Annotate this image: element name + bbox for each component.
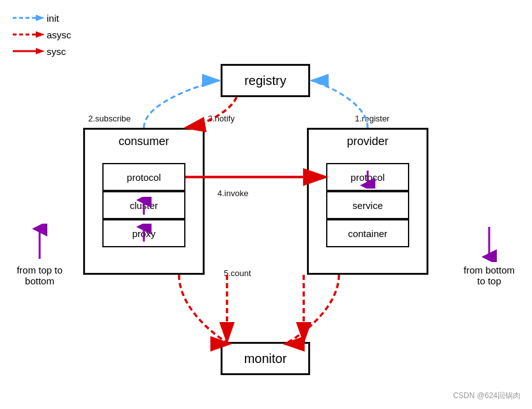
- svg-marker-3: [36, 31, 45, 38]
- sysc-arrow-icon: [12, 45, 47, 58]
- subscribe-label: 2.subscribe: [88, 114, 130, 123]
- invoke-label: 4.invoke: [217, 189, 248, 198]
- left-side-label: from top to bottom: [14, 224, 65, 286]
- legend: init asysc sysc: [12, 12, 71, 61]
- provider-container-label: container: [348, 228, 387, 239]
- up-arrow-icon: [30, 224, 49, 262]
- init-arrow-icon: [12, 12, 47, 24]
- watermark: CSDN @624回锅肉: [453, 390, 520, 401]
- svg-marker-5: [36, 48, 45, 54]
- svg-marker-1: [36, 15, 45, 21]
- legend-init: init: [12, 12, 71, 24]
- from-bottom-label: from bottom to top: [464, 265, 515, 286]
- provider-label: provider: [309, 135, 426, 148]
- right-side-label: from bottom to top: [460, 224, 518, 286]
- provider-service-label: service: [352, 200, 383, 211]
- provider-down-arrow-icon: [358, 169, 377, 189]
- legend-sysc-label: sysc: [47, 46, 66, 57]
- proxy-up-arrow-icon: [134, 224, 153, 243]
- registry-box: registry: [221, 64, 310, 97]
- legend-sysc: sysc: [12, 45, 71, 58]
- from-top-label: from top to bottom: [17, 265, 63, 286]
- monitor-label: monitor: [244, 351, 287, 366]
- provider-container-box: container: [326, 219, 409, 247]
- cluster-up-arrow-icon: [134, 197, 153, 216]
- legend-asysc-label: asysc: [47, 29, 71, 40]
- registry-label: registry: [244, 73, 286, 88]
- provider-service-box: service: [326, 191, 409, 219]
- legend-init-label: init: [47, 13, 59, 24]
- consumer-protocol-label: protocol: [127, 172, 160, 183]
- down-arrow-icon: [480, 224, 499, 262]
- register-label: 1.register: [355, 114, 389, 123]
- notify-label: 3.notify: [208, 114, 235, 123]
- consumer-label: consumer: [85, 135, 203, 148]
- legend-asysc: asysc: [12, 28, 71, 41]
- asysc-arrow-icon: [12, 28, 47, 41]
- count-label: 5.count: [224, 268, 251, 278]
- monitor-box: monitor: [221, 342, 310, 375]
- consumer-protocol-box: protocol: [102, 163, 185, 191]
